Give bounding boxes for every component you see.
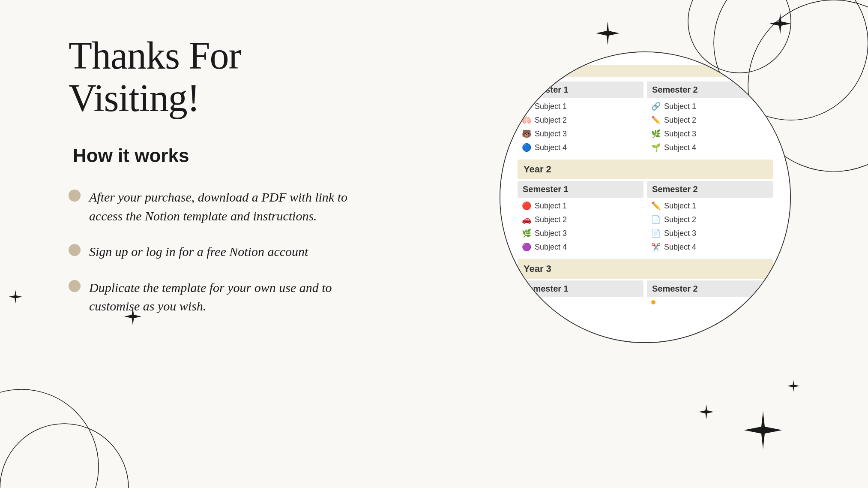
y1s1-subject-3: 🐻 Subject 3 bbox=[518, 127, 644, 141]
step-bullet-1 bbox=[69, 190, 81, 202]
y1s2-subject-3: 🌿 Subject 3 bbox=[647, 127, 773, 141]
svg-point-4 bbox=[0, 424, 129, 488]
deco-circles-bottom-left bbox=[0, 338, 150, 488]
steps-list: After your purchase, download a PDF with… bbox=[69, 188, 360, 316]
step-bullet-3 bbox=[69, 280, 81, 292]
step-text-3: Duplicate the template for your own use … bbox=[89, 278, 360, 316]
star-bottom-left-small bbox=[9, 290, 22, 304]
svg-point-2 bbox=[688, 0, 791, 73]
year2-sem2-col: Semester 2 ✏️ Subject 1 📄 Subject 2 📄 Su… bbox=[647, 181, 773, 254]
y1s1-subject-2: 🫁 Subject 2 bbox=[518, 113, 644, 127]
step-text-1: After your purchase, download a PDF with… bbox=[89, 188, 360, 225]
year1-section: Semester 1 🔖 Subject 1 🫁 Subject 2 🐻 Sub… bbox=[518, 81, 773, 154]
year2-sem1-col: Semester 1 🔴 Subject 1 🚗 Subject 2 🌿 Sub… bbox=[518, 181, 644, 254]
year3-section: Semester 1 Semester 2 bbox=[518, 280, 773, 306]
y2s1-subject-3: 🌿 Subject 3 bbox=[518, 226, 644, 240]
y2s1-subject-1: 🔴 Subject 1 bbox=[518, 199, 644, 213]
step-bullet-2 bbox=[69, 244, 81, 256]
main-title: Thanks For Visiting! bbox=[69, 34, 360, 119]
y2s1-subject-2: 🚗 Subject 2 bbox=[518, 213, 644, 226]
y2s2-subject-2: 📄 Subject 2 bbox=[647, 213, 773, 226]
y1s1-subject-1: 🔖 Subject 1 bbox=[518, 99, 644, 113]
year3-sem1-header: Semester 1 bbox=[518, 280, 644, 297]
year1-sem2-header: Semester 2 bbox=[647, 81, 773, 98]
year3-semesters-row: Semester 1 Semester 2 bbox=[518, 280, 773, 306]
year1-sem1-header: Semester 1 bbox=[518, 81, 644, 98]
y2s1-subject-4: 🟣 Subject 4 bbox=[518, 240, 644, 254]
year1-semesters-row: Semester 1 🔖 Subject 1 🫁 Subject 2 🐻 Sub… bbox=[518, 81, 773, 154]
year2-header: Year 2 bbox=[518, 160, 773, 179]
year1-sem1-col: Semester 1 🔖 Subject 1 🫁 Subject 2 🐻 Sub… bbox=[518, 81, 644, 154]
notion-inner: Semester 1 🔖 Subject 1 🫁 Subject 2 🐻 Sub… bbox=[500, 52, 790, 342]
year3-sem1-col: Semester 1 bbox=[518, 280, 644, 306]
year2-sem1-header: Semester 1 bbox=[518, 181, 644, 198]
year2-sem2-header: Semester 2 bbox=[647, 181, 773, 198]
y1s1-subject-4: 🔵 Subject 4 bbox=[518, 141, 644, 154]
left-content: Thanks For Visiting! How it works After … bbox=[69, 34, 360, 316]
year1-sem2-col: Semester 2 🔗 Subject 1 ✏️ Subject 2 🌿 Su… bbox=[647, 81, 773, 154]
step-text-2: Sign up or log in for a free Notion acco… bbox=[89, 242, 308, 261]
y1s2-subject-2: ✏️ Subject 2 bbox=[647, 113, 773, 127]
year3-sem2-header: Semester 2 bbox=[647, 280, 773, 297]
y1s2-subject-4: 🌱 Subject 4 bbox=[647, 141, 773, 154]
y1s2-subject-1: 🔗 Subject 1 bbox=[647, 99, 773, 113]
top-bar bbox=[518, 65, 773, 77]
svg-point-3 bbox=[0, 389, 99, 488]
year2-section: Semester 1 🔴 Subject 1 🚗 Subject 2 🌿 Sub… bbox=[518, 181, 773, 254]
notion-preview: Semester 1 🔖 Subject 1 🫁 Subject 2 🐻 Sub… bbox=[500, 51, 791, 343]
y2s2-subject-4: ✂️ Subject 4 bbox=[647, 240, 773, 254]
star-top-left bbox=[596, 21, 620, 45]
star-top-right bbox=[769, 13, 791, 34]
year3-sem2-col: Semester 2 bbox=[647, 280, 773, 306]
orange-dot bbox=[651, 300, 655, 304]
star-bottom-right-tiny bbox=[787, 380, 799, 394]
how-it-works-title: How it works bbox=[73, 145, 360, 166]
y2s2-subject-1: ✏️ Subject 1 bbox=[647, 199, 773, 213]
year2-semesters-row: Semester 1 🔴 Subject 1 🚗 Subject 2 🌿 Sub… bbox=[518, 181, 773, 254]
step-item-1: After your purchase, download a PDF with… bbox=[69, 188, 360, 225]
star-bottom-right-large bbox=[744, 411, 782, 449]
step-item-3: Duplicate the template for your own use … bbox=[69, 278, 360, 316]
star-bottom-right-small bbox=[699, 404, 714, 419]
year3-header: Year 3 bbox=[518, 259, 773, 279]
y2s2-subject-3: 📄 Subject 3 bbox=[647, 226, 773, 240]
step-item-2: Sign up or log in for a free Notion acco… bbox=[69, 242, 360, 261]
